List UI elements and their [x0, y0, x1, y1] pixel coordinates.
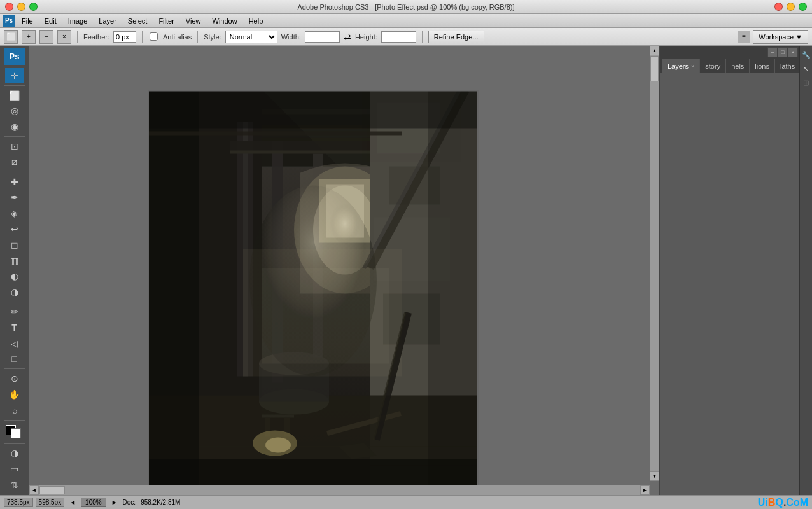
scroll-left-arrow[interactable]: ◄	[29, 485, 39, 495]
scroll-htrack[interactable]	[39, 485, 640, 495]
status-left: 738.5px 598.5px	[4, 498, 64, 507]
swap-dimensions-icon[interactable]: ⇄	[344, 32, 351, 42]
status-doc-label: Doc:	[123, 499, 136, 506]
dodge-tool[interactable]: ◑	[5, 284, 24, 300]
tab-layers-close[interactable]: ×	[691, 63, 694, 69]
canvas-scrollbar[interactable]: ▲ ▼	[650, 46, 659, 481]
app-min-btn[interactable]	[787, 3, 795, 11]
cursor-btn[interactable]: ↖	[801, 62, 812, 75]
tab-layers[interactable]: Layers ×	[662, 59, 700, 73]
menu-layer[interactable]: Layer	[94, 16, 122, 26]
move-tool[interactable]: ✛	[5, 68, 24, 83]
tool-separator-6	[4, 420, 25, 421]
separator3	[197, 31, 198, 43]
background-color[interactable]	[11, 428, 21, 438]
scroll-up-arrow[interactable]: ▲	[650, 46, 659, 55]
app-max-btn[interactable]	[799, 3, 807, 11]
menu-select[interactable]: Select	[123, 16, 153, 26]
slice-tool[interactable]: ⧄	[5, 155, 24, 170]
clone-stamp-tool[interactable]: ◈	[5, 206, 24, 221]
panel-close-btn[interactable]: ×	[788, 47, 798, 57]
scroll-hthumb[interactable]	[39, 486, 65, 494]
far-right-toolbar: 🔧 ↖ ⊞	[799, 46, 812, 495]
fg-bg-colors[interactable]	[4, 424, 25, 440]
height-label: Height:	[355, 33, 377, 41]
separator	[77, 31, 78, 43]
status-nav-right[interactable]: ►	[111, 499, 118, 506]
feather-input[interactable]	[113, 31, 136, 43]
close-window-btn[interactable]	[5, 3, 13, 11]
path-tool[interactable]: ◁	[5, 336, 24, 351]
tool-options-btn[interactable]: 🔧	[801, 48, 812, 61]
tool-separator-1	[4, 85, 25, 86]
tab-actions[interactable]: lions	[750, 59, 775, 73]
left-toolbar: Ps ✛ ⬜ ◎ ◉ ⊡ ⧄ ✚ ✒ ◈ ↩ ◻ ▥ ◐ ◑ ✏ T ◁ □ ⊙…	[0, 46, 29, 495]
menu-file[interactable]: File	[17, 16, 38, 26]
canvas-area[interactable]: ▲ ▼ ◄ ►	[29, 46, 659, 495]
panel-minimize-btn[interactable]: −	[767, 47, 778, 57]
shape-tool[interactable]: □	[5, 352, 24, 367]
status-zoom[interactable]: 100%	[81, 498, 106, 507]
canvas-scrollbar-bottom[interactable]: ◄ ►	[29, 485, 650, 495]
tab-history[interactable]: story	[700, 59, 726, 73]
panel-maximize-btn[interactable]: □	[778, 47, 788, 57]
panel-controls: − □ ×	[660, 46, 799, 59]
blur-tool[interactable]: ◐	[5, 269, 24, 284]
style-select[interactable]: Normal Fixed Ratio Fixed Size	[225, 31, 277, 43]
rect-marquee-icon[interactable]: ⬜	[4, 30, 18, 44]
brush-tool[interactable]: ✒	[5, 190, 24, 205]
quick-mask-btn[interactable]: ◑	[5, 446, 24, 461]
menu-window[interactable]: Window	[207, 16, 242, 26]
tab-paths[interactable]: laths	[775, 59, 801, 73]
pen-tool[interactable]: ✏	[5, 304, 24, 319]
status-nav-left[interactable]: ◄	[69, 499, 76, 506]
menu-filter[interactable]: Filter	[153, 16, 179, 26]
marquee-tool[interactable]: ⬜	[5, 88, 24, 103]
window-title: Adobe Photoshop CS3 - [Photo Effect.psd …	[38, 3, 774, 11]
tab-channels[interactable]: nels	[726, 59, 750, 73]
right-panel: − □ × Layers × story nels lions laths ≡	[659, 46, 799, 495]
add-selection-icon[interactable]: +	[22, 30, 36, 44]
healing-tool[interactable]: ✚	[5, 174, 24, 190]
quick-select-tool[interactable]: ◉	[5, 119, 24, 134]
workspace-layout-icon[interactable]: ≡	[738, 31, 750, 43]
title-bar: Adobe Photoshop CS3 - [Photo Effect.psd …	[0, 0, 812, 14]
tool-separator-5	[4, 368, 25, 369]
menu-help[interactable]: Help	[244, 16, 269, 26]
scroll-down-arrow[interactable]: ▼	[650, 471, 659, 481]
antialias-checkbox[interactable]	[150, 32, 158, 41]
scroll-right-arrow[interactable]: ►	[640, 485, 650, 495]
grid-btn[interactable]: ⊞	[801, 76, 812, 89]
gradient-tool[interactable]: ▥	[5, 253, 24, 268]
type-tool[interactable]: T	[5, 320, 24, 335]
scroll-track[interactable]	[650, 55, 659, 471]
refine-edge-button[interactable]: Refine Edge...	[428, 31, 484, 43]
zoom-tool[interactable]: ⌕	[5, 403, 24, 418]
screen-mode-btn[interactable]: ▭	[5, 461, 24, 477]
lasso-tool[interactable]: ◎	[5, 103, 24, 118]
eraser-tool[interactable]: ◻	[5, 237, 24, 253]
ps-logo-side: Ps	[4, 48, 25, 65]
svg-rect-43	[262, 268, 389, 364]
width-input[interactable]	[305, 31, 340, 43]
eyedropper-tool[interactable]: ⊙	[5, 371, 24, 386]
canvas-image	[148, 90, 479, 491]
menu-bar: Ps File Edit Image Layer Select Filter V…	[0, 14, 812, 28]
menu-edit[interactable]: Edit	[39, 16, 62, 26]
width-label: Width:	[281, 33, 301, 41]
hand-tool[interactable]: ✋	[5, 387, 24, 402]
workspace-label: Workspace	[759, 33, 794, 41]
workspace-button[interactable]: Workspace ▼	[753, 30, 808, 44]
toggle-btn[interactable]: ⇅	[5, 477, 24, 492]
intersect-selection-icon[interactable]: ×	[57, 30, 71, 44]
maximize-window-btn[interactable]	[29, 3, 38, 11]
subtract-selection-icon[interactable]: −	[39, 30, 53, 44]
menu-view[interactable]: View	[181, 16, 206, 26]
app-close-btn[interactable]	[774, 3, 783, 11]
scroll-thumb[interactable]	[650, 56, 659, 81]
history-brush-tool[interactable]: ↩	[5, 221, 24, 237]
menu-image[interactable]: Image	[63, 16, 93, 26]
crop-tool[interactable]: ⊡	[5, 139, 24, 154]
minimize-window-btn[interactable]	[17, 3, 25, 11]
height-input[interactable]	[381, 31, 416, 43]
